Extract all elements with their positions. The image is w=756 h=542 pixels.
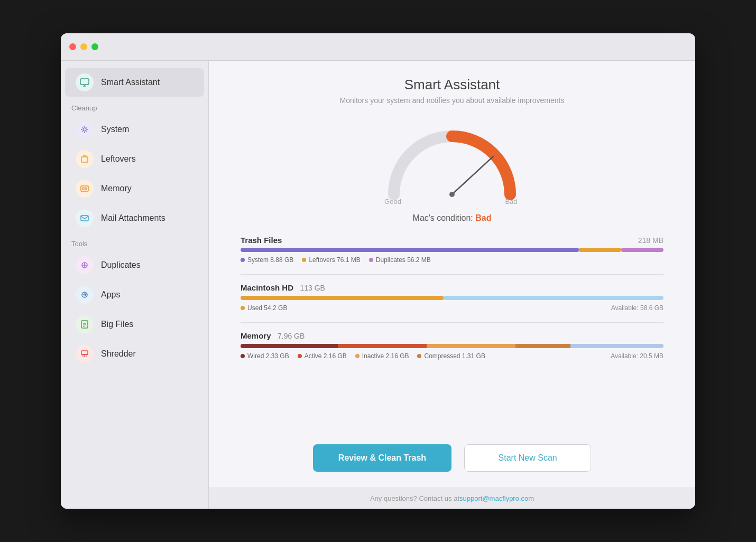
mem-avail-label: Available: <box>611 352 638 360</box>
sidebar-item-duplicates[interactable]: Duplicates <box>65 251 204 279</box>
page-subtitle: Monitors your system and notifies you ab… <box>241 96 663 105</box>
trash-system-bar <box>241 248 579 252</box>
disk-available-label: Available: 58.6 GB <box>611 304 663 312</box>
big-files-icon <box>76 315 94 333</box>
svg-rect-6 <box>82 188 84 190</box>
mem-wired-bar <box>241 344 338 348</box>
smart-assistant-icon <box>76 73 94 91</box>
legend-leftovers-value: 76.1 MB <box>337 256 361 264</box>
trash-leftovers-bar <box>579 248 621 252</box>
trash-bar <box>241 248 663 252</box>
shredder-label: Shredder <box>101 349 136 359</box>
duplicates-label: Duplicates <box>101 260 141 270</box>
svg-rect-13 <box>81 321 88 328</box>
sidebar-item-mail-attachments[interactable]: Mail Attachments <box>65 204 204 232</box>
footer-text: Any questions? Contact us at <box>370 494 459 502</box>
disk-used-bar <box>241 296 444 300</box>
system-icon <box>76 120 94 138</box>
sidebar-item-apps[interactable]: Apps <box>65 281 204 309</box>
minimize-button[interactable] <box>80 43 87 50</box>
traffic-lights <box>69 43 98 50</box>
big-files-label: Big Files <box>101 320 133 329</box>
disk-header: Macintosh HD 113 GB <box>241 283 663 293</box>
sidebar-item-leftovers[interactable]: Leftovers <box>65 145 204 173</box>
condition-text: Mac's condition: Bad <box>241 213 663 223</box>
disk-title: Macintosh HD <box>241 283 293 292</box>
divider-1 <box>241 274 663 275</box>
sidebar-item-shredder[interactable]: Shredder <box>65 340 204 368</box>
legend-system-dot <box>241 258 245 262</box>
apps-label: Apps <box>101 290 120 300</box>
cleanup-section-header: Cleanup <box>61 99 208 114</box>
sidebar-item-memory[interactable]: Memory <box>65 174 204 203</box>
memory-title-wrap: Memory 7.96 GB <box>241 331 305 341</box>
legend-duplicates-value: 56.2 MB <box>407 256 431 264</box>
svg-rect-0 <box>80 79 89 85</box>
svg-text:Good: Good <box>384 198 401 205</box>
svg-rect-5 <box>81 186 88 191</box>
memory-icon <box>76 180 94 198</box>
mem-active-dot <box>298 354 302 358</box>
main-content: Smart Assistant Monitors your system and… <box>209 61 695 434</box>
close-button[interactable] <box>69 43 76 50</box>
mem-wired-dot <box>241 354 245 358</box>
system-label: System <box>101 125 129 134</box>
disk-used-dot <box>241 306 245 310</box>
mem-active-bar <box>338 344 427 348</box>
gauge-svg: Good Bad <box>378 120 526 205</box>
trash-section: Trash Files 218 MB System 8.88 GB <box>241 236 663 264</box>
mem-compressed-bar <box>515 344 570 348</box>
svg-rect-8 <box>81 216 88 221</box>
duplicates-icon <box>76 256 94 274</box>
svg-text:Bad: Bad <box>505 198 517 205</box>
start-scan-button[interactable]: Start New Scan <box>464 444 591 472</box>
mem-compressed-label: Compressed 1.31 GB <box>424 352 485 360</box>
avail-label-text: Available: <box>611 304 639 312</box>
disk-used-label: Used 54.2 GB <box>247 304 287 312</box>
mail-attachments-label: Mail Attachments <box>101 213 165 223</box>
mem-compressed-val: 1.31 GB <box>462 352 485 360</box>
trash-total: 218 MB <box>638 236 663 245</box>
memory-legend-items: Wired 2.33 GB Active 2.16 GB Inactive 2.… <box>241 352 485 360</box>
sidebar: Smart Assistant Cleanup System <box>61 61 209 509</box>
maximize-button[interactable] <box>91 43 98 50</box>
main-panel: Smart Assistant Monitors your system and… <box>209 61 695 509</box>
mem-inactive-legend: Inactive 2.16 GB <box>355 352 409 360</box>
condition-value: Bad <box>475 213 491 222</box>
footer-email[interactable]: support@macflypro.com <box>459 494 534 502</box>
legend-leftovers-label: Leftovers 76.1 MB <box>309 256 360 264</box>
disk-title-wrap: Macintosh HD 113 GB <box>241 283 325 293</box>
memory-header: Memory 7.96 GB <box>241 331 663 341</box>
legend-system-label: System 8.88 GB <box>247 256 293 264</box>
review-clean-button[interactable]: Review & Clean Trash <box>313 444 451 472</box>
mem-active-label: Active 2.16 GB <box>305 352 347 360</box>
memory-title: Memory <box>241 331 271 340</box>
mem-inactive-val: 2.16 GB <box>385 352 409 360</box>
app-window: Smart Assistant Cleanup System <box>61 33 695 509</box>
mem-compressed-legend: Compressed 1.31 GB <box>417 352 485 360</box>
actions-bar: Review & Clean Trash Start New Scan <box>209 434 695 488</box>
sidebar-item-smart-assistant[interactable]: Smart Assistant <box>65 68 204 97</box>
disk-legend: Used 54.2 GB Available: 58.6 GB <box>241 304 663 312</box>
trash-header: Trash Files 218 MB <box>241 236 663 245</box>
leftovers-icon <box>76 150 94 168</box>
condition-label: Mac's condition: <box>413 213 473 222</box>
legend-system: System 8.88 GB <box>241 256 293 264</box>
mem-inactive-bar <box>427 344 515 348</box>
svg-point-3 <box>83 128 86 131</box>
mem-inactive-label: Inactive 2.16 GB <box>362 352 409 360</box>
gauge-container: Good Bad <box>241 120 663 205</box>
tools-section-header: Tools <box>61 235 208 250</box>
mem-wired-legend: Wired 2.33 GB <box>241 352 289 360</box>
disk-subtitle: 113 GB <box>300 284 325 292</box>
apps-icon <box>76 286 94 304</box>
sidebar-item-big-files[interactable]: Big Files <box>65 310 204 339</box>
mem-active-legend: Active 2.16 GB <box>298 352 347 360</box>
legend-duplicates: Duplicates 56.2 MB <box>369 256 431 264</box>
trash-duplicates-bar <box>621 248 663 252</box>
disk-bar <box>241 296 663 300</box>
sidebar-item-system[interactable]: System <box>65 115 204 144</box>
disk-used-value: 54.2 GB <box>264 304 287 312</box>
mem-active-val: 2.16 GB <box>324 352 347 360</box>
avail-value-text: 58.6 GB <box>640 304 663 312</box>
